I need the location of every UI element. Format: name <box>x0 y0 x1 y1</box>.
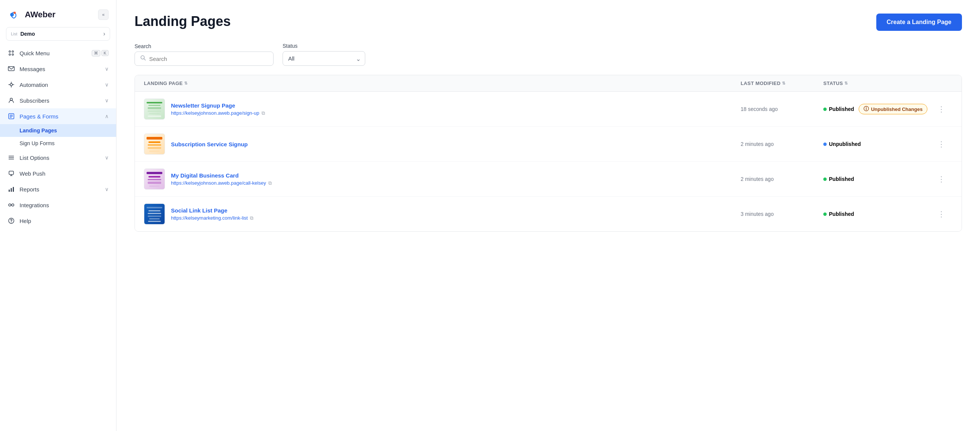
last-modified-4: 3 minutes ago <box>741 211 823 217</box>
automation-icon <box>8 81 15 88</box>
sidebar-item-web-push[interactable]: Web Push <box>0 166 116 181</box>
help-icon <box>8 217 15 225</box>
sidebar-item-subscribers[interactable]: Subscribers ∨ <box>0 93 116 108</box>
copy-url-icon-1[interactable]: ⧉ <box>261 110 265 116</box>
actions-cell-3: ⋮ <box>936 173 953 185</box>
copy-url-icon-4[interactable]: ⧉ <box>250 215 253 221</box>
page-cell-1: Newsletter Signup Page https://kelseyjoh… <box>144 99 741 120</box>
col-last-modified: Last Modified ⇅ <box>741 80 823 86</box>
page-url-3[interactable]: https://kelseyjohnson.aweb.page/call-kel… <box>171 180 266 186</box>
page-name-2[interactable]: Subscription Service Signup <box>171 141 248 147</box>
sidebar-item-label-reports: Reports <box>19 186 100 193</box>
sort-landing-page-icon[interactable]: ⇅ <box>184 81 188 86</box>
unpublished-changes-label: Unpublished Changes <box>871 107 923 112</box>
page-thumbnail-1 <box>144 99 165 120</box>
sidebar-item-label-subscribers: Subscribers <box>19 97 100 104</box>
page-thumbnail-2 <box>144 134 165 155</box>
sidebar-item-automation[interactable]: Automation ∨ <box>0 77 116 93</box>
sidebar-item-help[interactable]: Help <box>0 213 116 229</box>
status-cell-4: Published <box>823 211 936 217</box>
page-url-wrap-3: https://kelseyjohnson.aweb.page/call-kel… <box>171 180 272 186</box>
sidebar-item-label-quick-menu: Quick Menu <box>19 50 87 56</box>
create-landing-page-button[interactable]: Create a Landing Page <box>876 14 963 31</box>
svg-point-3 <box>9 51 11 52</box>
list-label: List <box>11 32 17 36</box>
sidebar-item-list-options[interactable]: List Options ∨ <box>0 150 116 166</box>
page-name-1[interactable]: Newsletter Signup Page <box>171 102 265 109</box>
more-actions-button-3[interactable]: ⋮ <box>936 173 947 185</box>
col-landing-page-label: Landing Page <box>144 80 183 86</box>
messages-icon <box>8 65 15 73</box>
svg-rect-22 <box>13 187 14 192</box>
reports-chevron-icon: ∨ <box>105 186 108 192</box>
status-dot-1 <box>823 108 827 111</box>
page-cell-2: Subscription Service Signup <box>144 134 741 155</box>
page-url-1[interactable]: https://kelseyjohnson.aweb.page/sign-up <box>171 110 259 116</box>
page-name-3[interactable]: My Digital Business Card <box>171 172 272 179</box>
search-label: Search <box>135 43 274 49</box>
sidebar-item-landing-pages[interactable]: Landing Pages <box>0 124 116 137</box>
sidebar-nav: Quick Menu ⌘K Messages ∨ Automation ∨ <box>0 45 116 229</box>
copy-url-icon-3[interactable]: ⧉ <box>268 180 272 186</box>
sidebar-item-integrations[interactable]: Integrations <box>0 197 116 213</box>
svg-point-5 <box>9 54 11 55</box>
messages-chevron-icon: ∨ <box>105 66 108 72</box>
sidebar-item-pages-forms[interactable]: Pages & Forms ∧ <box>0 108 116 124</box>
automation-chevron-icon: ∨ <box>105 81 108 88</box>
svg-point-2 <box>14 12 16 14</box>
svg-rect-21 <box>11 188 12 192</box>
table-row: Social Link List Page https://kelseymark… <box>135 197 962 231</box>
filters-row: Search Status All Published Unpublished … <box>135 43 962 66</box>
status-badge-3: Published <box>823 176 854 182</box>
status-cell-2: Unpublished <box>823 141 936 147</box>
sidebar-item-sign-up-forms[interactable]: Sign Up Forms <box>0 137 116 150</box>
svg-point-4 <box>12 51 14 52</box>
page-cell-3: My Digital Business Card https://kelseyj… <box>144 169 741 190</box>
search-filter-group: Search <box>135 43 274 66</box>
status-text-1: Published <box>829 106 854 112</box>
sidebar-item-messages[interactable]: Messages ∨ <box>0 61 116 77</box>
list-selector[interactable]: List Demo › <box>6 27 110 41</box>
actions-cell-1: ⋮ <box>936 103 953 115</box>
svg-rect-17 <box>9 171 14 174</box>
status-select-wrap: All Published Unpublished ⌄ <box>283 51 365 66</box>
page-info-2: Subscription Service Signup <box>171 141 248 147</box>
status-select[interactable]: All Published Unpublished <box>283 51 365 66</box>
page-info-1: Newsletter Signup Page https://kelseyjoh… <box>171 102 265 116</box>
unpublished-changes-badge[interactable]: ⓘ Unpublished Changes <box>859 104 928 114</box>
sidebar-item-label-help: Help <box>19 218 108 224</box>
sidebar-item-label-messages: Messages <box>19 66 100 72</box>
sidebar-collapse-button[interactable]: « <box>98 10 108 20</box>
subscribers-icon <box>8 97 15 104</box>
page-url-wrap-4: https://kelseymarketing.com/link-list ⧉ <box>171 215 253 221</box>
sidebar-item-label-list-options: List Options <box>19 155 100 161</box>
subnav-label-sign-up-forms: Sign Up Forms <box>19 140 54 146</box>
page-url-4[interactable]: https://kelseymarketing.com/link-list <box>171 215 248 221</box>
main-content: Landing Pages Create a Landing Page Sear… <box>116 0 980 431</box>
actions-cell-2: ⋮ <box>936 138 953 150</box>
status-cell-1: Published ⓘ Unpublished Changes <box>823 104 936 114</box>
table-row: Newsletter Signup Page https://kelseyjoh… <box>135 92 962 127</box>
pages-forms-chevron-icon: ∧ <box>105 113 108 119</box>
last-modified-3: 2 minutes ago <box>741 176 823 182</box>
landing-pages-table: Landing Page ⇅ Last Modified ⇅ Status ⇅ <box>135 75 962 231</box>
list-options-chevron-icon: ∨ <box>105 155 108 161</box>
sidebar-item-quick-menu[interactable]: Quick Menu ⌘K <box>0 45 116 61</box>
page-name-4[interactable]: Social Link List Page <box>171 207 253 214</box>
sidebar-item-reports[interactable]: Reports ∨ <box>0 181 116 197</box>
more-actions-button-1[interactable]: ⋮ <box>936 103 947 115</box>
actions-cell-4: ⋮ <box>936 208 953 220</box>
table-header: Landing Page ⇅ Last Modified ⇅ Status ⇅ <box>135 75 962 92</box>
page-thumbnail-4 <box>144 203 165 225</box>
page-info-3: My Digital Business Card https://kelseyj… <box>171 172 272 186</box>
sort-last-modified-icon[interactable]: ⇅ <box>782 81 785 86</box>
sort-status-icon[interactable]: ⇅ <box>844 81 848 86</box>
list-options-icon <box>8 154 15 161</box>
logo: AWeber <box>8 8 56 22</box>
more-actions-button-2[interactable]: ⋮ <box>936 138 947 150</box>
search-input[interactable] <box>149 56 268 62</box>
subscribers-chevron-icon: ∨ <box>105 97 108 104</box>
svg-point-8 <box>10 83 13 86</box>
more-actions-button-4[interactable]: ⋮ <box>936 208 947 220</box>
table-row: My Digital Business Card https://kelseyj… <box>135 162 962 197</box>
